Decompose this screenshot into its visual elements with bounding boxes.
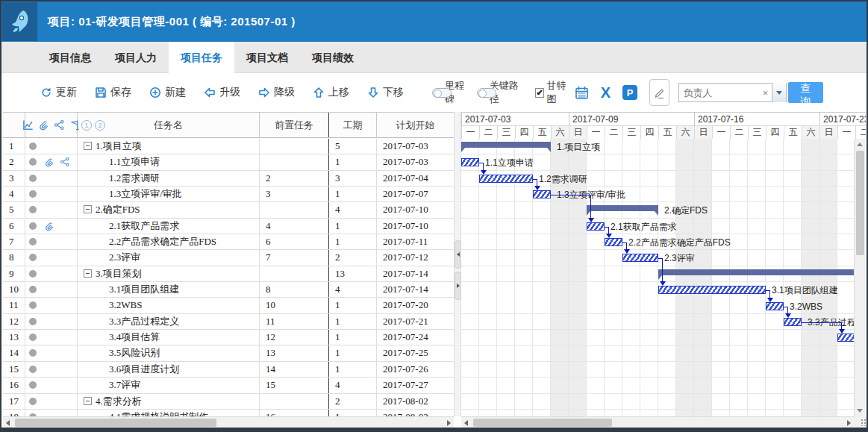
refresh-button[interactable]: 更新 <box>40 86 77 99</box>
collapse-toggle-icon[interactable] <box>84 205 92 213</box>
collapse-right-handle[interactable] <box>455 272 461 300</box>
edit-filter-button[interactable] <box>649 79 669 106</box>
task-name: 4.1需求规格说明书制作 <box>109 411 208 416</box>
table-row[interactable]: 82.3评审722017-07-12 <box>3 250 454 266</box>
predecessor-cell: 16 <box>260 410 329 416</box>
owner-filter-combobox: × <box>678 83 787 102</box>
gantt-bar-task[interactable] <box>479 175 533 183</box>
gantt-bar-task[interactable] <box>461 158 479 166</box>
scroll-right-icon[interactable] <box>447 420 451 426</box>
col-duration-header[interactable]: 工期 <box>329 113 377 137</box>
resize-corner[interactable] <box>854 416 868 428</box>
table-row[interactable]: 133.4项目估算1212017-07-24 <box>3 330 454 345</box>
project-export-button[interactable]: P <box>622 85 637 100</box>
task-name-cell: 2.确定FDS <box>78 202 260 217</box>
scrollbar-thumb[interactable] <box>473 419 612 427</box>
link-arrowhead-icon <box>606 234 612 238</box>
row-indicators <box>25 154 78 169</box>
gantt-bar-task[interactable] <box>784 318 802 326</box>
owner-filter-input[interactable] <box>679 84 760 101</box>
collapse-toggle-icon[interactable] <box>84 142 92 150</box>
table-row[interactable]: 21.1立项申请12017-07-03 <box>3 154 454 170</box>
row-indicators <box>25 171 78 186</box>
table-row[interactable]: 62.1获取产品需求412017-07-10 <box>3 219 454 234</box>
save-button[interactable]: 保存 <box>95 86 131 99</box>
tab-project-performance[interactable]: 项目绩效 <box>300 42 366 73</box>
calendar-button[interactable] <box>575 86 589 100</box>
table-row[interactable]: 41.3立项评审/审批312017-07-07 <box>3 187 454 202</box>
scroll-down-icon[interactable] <box>857 409 863 413</box>
gantt-hscrollbar[interactable] <box>461 416 854 428</box>
table-hscrollbar[interactable] <box>3 416 454 428</box>
critical-path-toggle[interactable]: 关键路径 <box>477 79 526 106</box>
table-row[interactable]: 103.1项目团队组建842017-07-14 <box>3 282 454 298</box>
scroll-left-icon[interactable] <box>464 420 468 426</box>
collapse-left-handle[interactable] <box>455 240 461 269</box>
query-button[interactable]: 查询 <box>788 82 823 103</box>
gantt-bar-task[interactable] <box>766 302 784 310</box>
gantt-checkbox[interactable]: ✔ 甘特图 <box>535 79 575 106</box>
collapse-toggle-icon[interactable] <box>84 397 92 405</box>
attachment-icon[interactable] <box>44 221 54 231</box>
col-taskname-header[interactable]: 1 2 任务名 <box>78 113 260 137</box>
tab-project-hr[interactable]: 项目人力 <box>103 42 169 73</box>
task-name: 3.4项目估算 <box>109 331 160 342</box>
table-row[interactable]: 93.项目策划132017-07-14 <box>3 266 454 282</box>
promote-button[interactable]: 升级 <box>204 86 240 99</box>
table-row[interactable]: 31.2需求调研232017-07-04 <box>3 171 454 187</box>
scrollbar-thumb[interactable] <box>15 419 216 427</box>
gantt-bar-task[interactable] <box>658 286 766 294</box>
scrollbar-thumb[interactable] <box>856 151 864 255</box>
move-up-button[interactable]: 上移 <box>313 86 349 99</box>
table-row[interactable]: 123.3产品过程定义1112017-07-21 <box>3 314 454 330</box>
chart-icon[interactable] <box>22 119 34 131</box>
milestone-toggle[interactable]: 里程碑 <box>432 79 472 106</box>
tab-project-info[interactable]: 项目信息 <box>37 42 103 73</box>
gantt-vscrollbar[interactable] <box>854 139 865 416</box>
excel-export-button[interactable]: X <box>601 84 611 101</box>
col-planstart-header[interactable]: 计划开始 <box>377 113 454 137</box>
clear-filter-icon[interactable]: × <box>760 87 772 98</box>
table-row[interactable]: 113.2WBS1012017-07-20 <box>3 298 454 313</box>
demote-button[interactable]: 降级 <box>258 86 295 99</box>
duration-cell: 1 <box>329 362 377 377</box>
table-row[interactable]: 184.1需求规格说明书制作1612017-08-02 <box>3 410 454 416</box>
panel-splitter[interactable] <box>454 112 461 416</box>
table-row[interactable]: 143.5风险识别1312017-07-25 <box>3 345 454 361</box>
row-number: 6 <box>3 219 25 234</box>
gantt-day-label: 二 <box>479 126 497 139</box>
gantt-bar-summary[interactable] <box>587 205 658 211</box>
table-row[interactable]: 153.6项目进度计划1412017-07-26 <box>3 362 454 378</box>
gantt-bar-summary[interactable] <box>658 269 854 275</box>
table-row[interactable]: 174.需求分析22017-08-02 <box>3 394 454 410</box>
scroll-left-icon[interactable] <box>6 420 10 426</box>
gantt-bar-summary[interactable] <box>461 142 551 148</box>
tab-project-docs[interactable]: 项目文档 <box>234 42 300 73</box>
scroll-right-icon[interactable] <box>847 420 851 426</box>
attachment-icon[interactable] <box>44 157 54 167</box>
collapse-toggle-icon[interactable] <box>84 269 92 278</box>
table-row[interactable]: 11.项目立项52017-07-03 <box>3 139 454 154</box>
gantt-day-label: 一 <box>712 126 730 139</box>
table-row[interactable]: 52.确定FDS42017-07-10 <box>3 202 454 218</box>
link-arrowhead-icon <box>660 281 666 286</box>
gantt-bar-task[interactable] <box>533 190 551 198</box>
row-indicators <box>25 362 78 377</box>
gantt-bar-task[interactable] <box>605 238 622 246</box>
scroll-up-icon[interactable] <box>857 143 863 146</box>
owner-dropdown-button[interactable] <box>772 83 786 102</box>
tab-project-tasks[interactable]: 项目任务 <box>169 42 234 73</box>
gantt-bar-task[interactable] <box>622 254 658 262</box>
share-icon[interactable] <box>60 157 70 167</box>
duration-cell: 1 <box>329 298 377 313</box>
col-predecessor-header[interactable]: 前置任务 <box>260 113 329 137</box>
status-dot <box>29 175 37 182</box>
table-row[interactable]: 163.7评审1542017-07-27 <box>3 378 454 393</box>
attachment-icon[interactable] <box>38 119 49 131</box>
gantt-bar-task[interactable] <box>587 222 605 231</box>
gantt-bar-task[interactable] <box>837 334 854 342</box>
new-button[interactable]: 新建 <box>149 86 186 99</box>
share-icon[interactable] <box>54 119 65 131</box>
table-row[interactable]: 72.2产品需求确定产品FDS612017-07-11 <box>3 234 454 250</box>
move-down-button[interactable]: 下移 <box>367 86 404 99</box>
